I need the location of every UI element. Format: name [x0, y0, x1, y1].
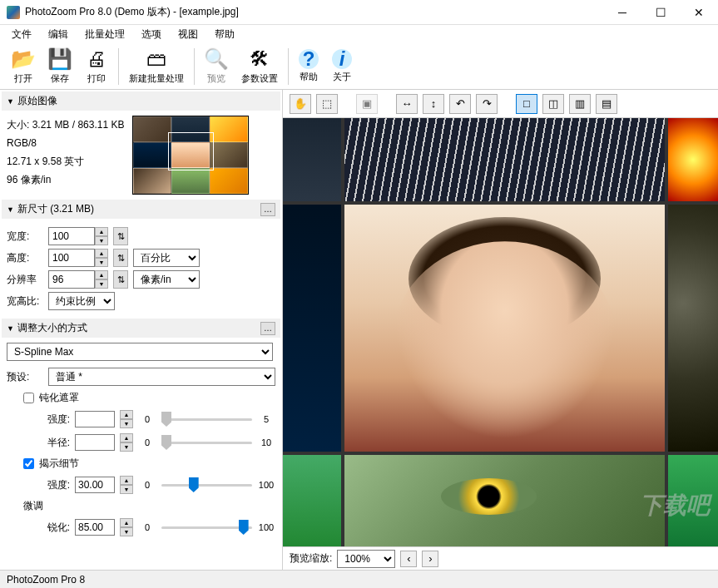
zoom-in-button[interactable]: ›: [422, 551, 438, 567]
help-icon: ?: [299, 49, 319, 69]
hand-tool-button[interactable]: ✋: [290, 94, 311, 114]
menu-file[interactable]: 文件: [5, 26, 38, 43]
crop-button[interactable]: ▣: [356, 94, 378, 114]
resize-method-header[interactable]: ▼调整大小的方式…: [2, 319, 280, 338]
view-single-button[interactable]: □: [516, 94, 537, 114]
link-res-button[interactable]: ⇅: [113, 270, 128, 289]
view-split-h-button[interactable]: ◫: [542, 94, 564, 114]
width-input[interactable]: [48, 227, 95, 245]
spin-down[interactable]: ▼: [120, 485, 133, 494]
newsize-section-header[interactable]: ▼新尺寸 (3.21 MB)…: [2, 200, 280, 219]
unsharp-strength-slider[interactable]: [161, 411, 252, 427]
view-split-both-icon: ▤: [602, 97, 612, 110]
about-button[interactable]: i关于: [325, 45, 359, 88]
preview-button[interactable]: 🔍预览: [198, 45, 235, 88]
res-down[interactable]: ▼: [95, 279, 108, 289]
right-panel: ✋ ⬚ ▣ ↔ ↕ ↶ ↷ □ ◫ ▥ ▤ 下载吧 预览缩放: 100% ‹ ›: [283, 90, 718, 570]
close-button[interactable]: ✕: [680, 0, 718, 25]
spin-up[interactable]: ▲: [120, 476, 133, 485]
folder-open-icon: 📂: [12, 47, 35, 71]
zoom-out-button[interactable]: ‹: [400, 551, 417, 567]
detail-strength-label: 强度:: [23, 478, 70, 492]
flip-v-icon: ↕: [431, 97, 437, 110]
menu-help[interactable]: 帮助: [208, 26, 241, 43]
res-up[interactable]: ▲: [95, 270, 108, 279]
detail-strength-slider[interactable]: [161, 477, 252, 493]
original-section-header[interactable]: ▼原始图像: [2, 91, 280, 111]
toolbar-separator: [118, 48, 119, 85]
save-icon: 💾: [48, 47, 72, 71]
titlebar: PhotoZoom Pro 8.0 (Demo 版本) - [example.j…: [0, 0, 718, 25]
link-wh-button[interactable]: ⇅: [113, 227, 128, 245]
spin-down[interactable]: ▼: [120, 442, 133, 452]
spin-up[interactable]: ▲: [120, 410, 133, 419]
original-info: 大小: 3.21 MB / 863.11 KB RGB/8 12.71 x 9.…: [7, 116, 124, 195]
rotate-cw-icon: ↷: [483, 97, 492, 110]
detail-strength-input[interactable]: [75, 477, 115, 493]
aspect-select[interactable]: 约束比例: [48, 292, 115, 310]
view-split-v-icon: ▥: [575, 97, 585, 110]
main-toolbar: 📂打开 💾保存 🖨打印 🗃新建批量处理 🔍预览 🛠参数设置 ?帮助 i关于: [0, 43, 718, 90]
unsharp-radius-input[interactable]: [75, 434, 115, 451]
menu-edit[interactable]: 编辑: [42, 26, 75, 43]
batch-icon: 🗃: [145, 47, 168, 71]
rotate-ccw-icon: ↶: [456, 97, 465, 110]
height-label: 高度:: [7, 251, 43, 265]
res-unit-select[interactable]: 像素/in: [133, 270, 200, 289]
newbatch-button[interactable]: 🗃新建批量处理: [122, 45, 191, 88]
flip-h-button[interactable]: ↔: [396, 94, 418, 114]
spin-down[interactable]: ▼: [120, 527, 133, 536]
detail-checkbox[interactable]: [23, 458, 34, 469]
size-unit-select[interactable]: 百分比: [133, 249, 200, 267]
view-split-both-button[interactable]: ▤: [596, 94, 617, 114]
minimize-button[interactable]: ─: [603, 0, 641, 25]
width-down[interactable]: ▼: [95, 236, 108, 245]
help-button[interactable]: ?帮助: [292, 45, 325, 88]
height-input[interactable]: [48, 249, 95, 267]
statusbar: PhotoZoom Pro 8: [0, 570, 718, 588]
sharp-input[interactable]: [75, 519, 115, 536]
unsharp-checkbox[interactable]: [23, 393, 34, 403]
spin-down[interactable]: ▼: [120, 419, 133, 428]
flip-v-button[interactable]: ↕: [423, 94, 444, 114]
preview-toolbar: ✋ ⬚ ▣ ↔ ↕ ↶ ↷ □ ◫ ▥ ▤: [283, 90, 718, 118]
status-text: PhotoZoom Pro 8: [7, 574, 85, 586]
preset-select[interactable]: 普通 *: [48, 368, 275, 386]
aspect-label: 宽高比:: [7, 294, 43, 309]
spin-up[interactable]: ▲: [120, 433, 133, 442]
save-button[interactable]: 💾保存: [42, 45, 78, 88]
print-button[interactable]: 🖨打印: [78, 45, 115, 88]
unsharp-radius-slider[interactable]: [161, 434, 252, 451]
thumbnail-viewport[interactable]: [168, 132, 214, 171]
link-wh-button2[interactable]: ⇅: [113, 249, 128, 267]
open-button[interactable]: 📂打开: [5, 45, 42, 88]
width-up[interactable]: ▲: [95, 227, 108, 236]
params-button[interactable]: 🛠参数设置: [235, 45, 285, 88]
marquee-tool-button[interactable]: ⬚: [316, 94, 338, 114]
spin-up[interactable]: ▲: [120, 518, 133, 527]
menu-view[interactable]: 视图: [171, 26, 205, 43]
maximize-button[interactable]: ☐: [641, 0, 680, 25]
zoom-select[interactable]: 100%: [337, 550, 395, 568]
marquee-icon: ⬚: [322, 97, 332, 110]
height-up[interactable]: ▲: [95, 249, 108, 258]
width-label: 宽度:: [7, 230, 43, 244]
sharp-slider[interactable]: [161, 519, 252, 536]
menu-batch[interactable]: 批量处理: [78, 26, 131, 43]
preview-area[interactable]: 下载吧: [283, 118, 718, 546]
toolbar-separator: [194, 48, 195, 85]
view-split-v-button[interactable]: ▥: [569, 94, 591, 114]
menu-options[interactable]: 选项: [135, 26, 168, 43]
thumbnail-navigator[interactable]: [132, 116, 249, 195]
view-split-h-icon: ◫: [548, 97, 558, 110]
newsize-options-button[interactable]: …: [260, 203, 275, 216]
rotate-cw-button[interactable]: ↷: [476, 94, 498, 114]
rotate-ccw-button[interactable]: ↶: [449, 94, 471, 114]
resolution-input[interactable]: [48, 270, 95, 289]
menubar: 文件 编辑 批量处理 选项 视图 帮助: [0, 25, 718, 43]
toolbar-separator: [288, 48, 289, 85]
unsharp-strength-input[interactable]: [75, 411, 115, 427]
resize-method-select[interactable]: S-Spline Max: [7, 343, 273, 361]
height-down[interactable]: ▼: [95, 258, 108, 267]
resize-options-button[interactable]: …: [260, 322, 275, 335]
